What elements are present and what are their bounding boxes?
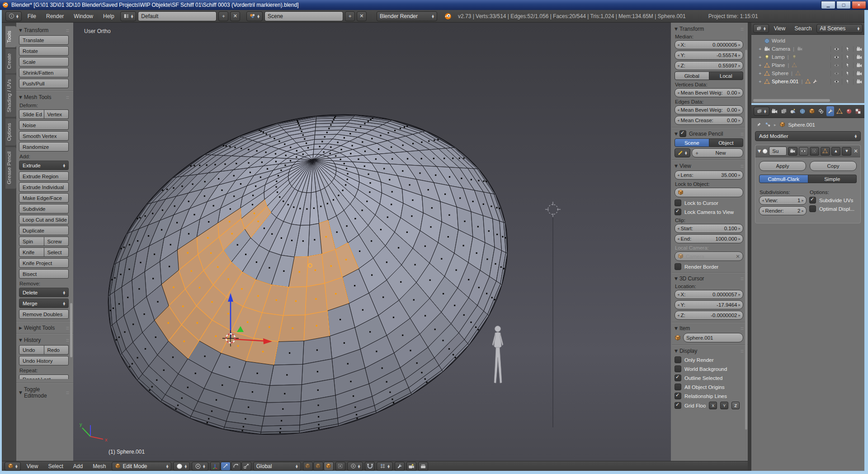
lock-to-cursor-row[interactable]: Lock to Cursor bbox=[675, 199, 743, 206]
translate-manipulator-button[interactable] bbox=[221, 462, 231, 471]
edge-bevel-weight-field[interactable]: ◂Mean Bevel Weig:0.00▸ bbox=[675, 105, 743, 114]
eye-icon[interactable] bbox=[834, 79, 840, 85]
subdivide-button[interactable]: Subdivide bbox=[19, 204, 69, 213]
lock-object-field[interactable] bbox=[675, 188, 743, 197]
menu-file[interactable]: File bbox=[24, 13, 40, 19]
render-engine-select[interactable]: Blender Render ▲▼ bbox=[377, 11, 437, 21]
delete-menu-button[interactable]: Delete ▲▼ bbox=[19, 288, 69, 297]
catmull-clark-toggle[interactable]: Catmull-Clark bbox=[759, 175, 808, 183]
manipulator-toggle[interactable] bbox=[210, 462, 220, 471]
gp-new-button[interactable]: ＋ New bbox=[692, 148, 743, 157]
clip-start-field[interactable]: ◂Start:0.100▸ bbox=[675, 224, 743, 233]
grease-pencil-checkbox[interactable] bbox=[679, 130, 686, 137]
editor-type-selector[interactable]: ▲▼ bbox=[5, 11, 22, 21]
eye-icon[interactable] bbox=[834, 54, 840, 60]
tab-options[interactable]: Options bbox=[5, 118, 16, 146]
undo-history-button[interactable]: Undo History bbox=[19, 356, 69, 365]
outliner-type-selector[interactable]: ▲▼ bbox=[753, 24, 769, 33]
duplicate-button[interactable]: Duplicate bbox=[19, 226, 69, 235]
scale-manipulator-button[interactable] bbox=[241, 462, 251, 471]
local-camera-field[interactable]: Camera ✕ bbox=[675, 251, 743, 261]
menu-add[interactable]: Add bbox=[69, 463, 87, 469]
optimal-display-row[interactable]: Optimal Displ... bbox=[809, 205, 857, 212]
panel-view[interactable]: ▼ View:::: bbox=[675, 163, 743, 169]
screw-button[interactable]: Screw bbox=[44, 237, 69, 246]
close-button[interactable]: ✕ bbox=[852, 1, 866, 9]
grid-x-toggle[interactable]: X bbox=[709, 402, 717, 409]
only-render-checkbox[interactable] bbox=[675, 356, 681, 363]
redo-button[interactable]: Redo bbox=[44, 345, 69, 355]
median-y-field[interactable]: ◂Y:-0.55574▸ bbox=[675, 51, 743, 60]
modifier-name-field[interactable]: Su bbox=[769, 147, 787, 156]
spin-button[interactable]: Spin bbox=[19, 237, 44, 246]
tab-object-data[interactable] bbox=[835, 106, 844, 116]
knife-select-button[interactable]: Select bbox=[44, 247, 69, 257]
panel-grease-pencil[interactable]: ▼ Grease Pencil:::: bbox=[675, 130, 743, 137]
delete-layout-button[interactable]: ✕ bbox=[230, 11, 240, 21]
extrude-menu-button[interactable]: Extrude ▲▼ bbox=[19, 161, 69, 170]
simple-toggle[interactable]: Simple bbox=[808, 175, 857, 183]
smooth-vertex-button[interactable]: Smooth Vertex bbox=[19, 131, 69, 141]
render-border-checkbox[interactable] bbox=[675, 263, 681, 270]
outliner-display-mode[interactable]: All Scenes ▲▼ bbox=[816, 24, 863, 33]
only-render-row[interactable]: Only Render bbox=[675, 356, 743, 363]
grid-y-toggle[interactable]: Y bbox=[720, 402, 728, 409]
tab-scene[interactable] bbox=[789, 106, 797, 116]
render-icon[interactable] bbox=[856, 46, 862, 52]
scene-icon-button[interactable]: ▲▼ bbox=[246, 11, 263, 21]
tab-world[interactable] bbox=[798, 106, 807, 116]
slide-edge-button[interactable]: Slide Ed bbox=[19, 109, 44, 119]
mode-select[interactable]: Edit Mode ▲▼ bbox=[112, 462, 171, 471]
panel-transform-n[interactable]: ▼ Transform:::: bbox=[675, 26, 743, 32]
scene-field[interactable]: Scene bbox=[264, 11, 343, 21]
panel-history[interactable]: ▼ History:::: bbox=[19, 337, 69, 343]
gp-object-toggle[interactable]: Object bbox=[709, 138, 744, 147]
local-toggle[interactable]: Local bbox=[709, 71, 744, 80]
pin-icon[interactable] bbox=[756, 122, 762, 128]
global-toggle[interactable]: Global bbox=[675, 71, 709, 80]
relationship-lines-row[interactable]: Relationship Lines bbox=[675, 393, 743, 399]
delete-scene-button[interactable]: ✕ bbox=[357, 11, 367, 21]
remove-doubles-button[interactable]: Remove Doubles bbox=[19, 309, 69, 319]
item-name-field[interactable]: Sphere.001 bbox=[683, 333, 743, 342]
shrink-fatten-button[interactable]: Shrink/Fatten bbox=[19, 68, 69, 77]
noise-button[interactable]: Noise bbox=[19, 120, 69, 130]
all-object-origins-checkbox[interactable] bbox=[675, 384, 681, 390]
gp-layer-icon-button[interactable]: ▲▼ bbox=[675, 148, 690, 157]
outliner-row-plane[interactable]: ＋ Plane | bbox=[751, 61, 864, 69]
face-select-mode-button[interactable] bbox=[324, 462, 334, 471]
render-icon[interactable] bbox=[856, 79, 862, 85]
mean-crease-field[interactable]: ◂Mean Crease:0.00▸ bbox=[675, 116, 743, 125]
maximize-button[interactable]: ▢ bbox=[836, 1, 851, 9]
eye-icon[interactable] bbox=[834, 46, 840, 52]
apply-button[interactable]: Apply bbox=[759, 161, 806, 171]
move-up-button[interactable]: ▲ bbox=[831, 147, 841, 156]
panel-weight-tools[interactable]: ▶ Weight Tools:::: bbox=[19, 325, 69, 331]
view-subdivisions-field[interactable]: ◂View:1▸ bbox=[759, 196, 807, 205]
snap-toggle-button[interactable] bbox=[365, 462, 375, 471]
minimize-button[interactable]: ▁ bbox=[821, 1, 835, 9]
tab-object[interactable] bbox=[808, 106, 816, 116]
world-background-row[interactable]: World Background bbox=[675, 365, 743, 372]
outliner-row-sphere-001[interactable]: ＋ Sphere.001 | bbox=[751, 77, 864, 85]
tab-shading-uvs[interactable]: Shading / UVs bbox=[5, 75, 16, 117]
outliner-row-lamp[interactable]: ＋ Lamp | bbox=[751, 53, 864, 61]
rotate-manipulator-button[interactable] bbox=[231, 462, 241, 471]
tab-tools[interactable]: Tools bbox=[5, 26, 16, 47]
menu-render[interactable]: Render bbox=[42, 13, 68, 19]
translate-button[interactable]: Translate bbox=[19, 35, 69, 45]
collapse-icon[interactable]: ▼ bbox=[758, 149, 761, 153]
cursor-icon[interactable] bbox=[845, 62, 850, 68]
cursor-icon[interactable] bbox=[845, 71, 850, 76]
outliner-row-world[interactable]: World bbox=[751, 37, 864, 45]
render-icon[interactable] bbox=[856, 54, 862, 60]
grid-floor-checkbox[interactable] bbox=[675, 402, 681, 409]
editor-type-selector-3d[interactable]: ▲▼ bbox=[5, 462, 21, 471]
knife-button[interactable]: Knife bbox=[19, 247, 44, 257]
menu-help[interactable]: Help bbox=[99, 13, 118, 19]
move-down-button[interactable]: ▼ bbox=[842, 147, 851, 156]
median-z-field[interactable]: ◂Z:0.55997▸ bbox=[675, 61, 743, 70]
panel-toggle-editmode[interactable]: ▼ Toggle Editmode:::: bbox=[19, 386, 69, 399]
gp-scene-toggle[interactable]: Scene bbox=[675, 138, 709, 147]
screen-layout-icon-button[interactable]: ▲▼ bbox=[120, 11, 137, 21]
